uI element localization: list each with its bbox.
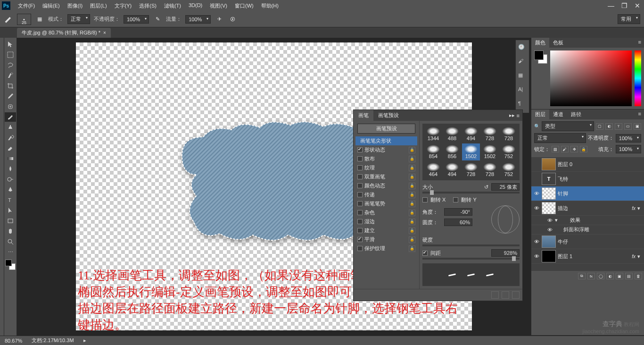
menu-item[interactable]: 编辑(E) (39, 0, 64, 11)
lock-icon[interactable]: 🔒 (409, 219, 415, 225)
brush-option-checkbox[interactable] (357, 228, 363, 233)
visibility-toggle[interactable]: 👁 (546, 218, 553, 223)
layer-name[interactable]: 图层 0 (558, 161, 642, 168)
pen-tool[interactable] (5, 185, 16, 194)
brush-option-checkbox[interactable] (357, 156, 363, 161)
brush-tip-cell[interactable]: 728 (462, 161, 480, 178)
tab-brush-presets[interactable]: 画笔预设 (373, 110, 404, 121)
layer-opacity-dropdown[interactable]: 100% (616, 134, 641, 143)
adjustment-layer-icon[interactable]: ◐ (606, 273, 614, 279)
brush-preset-button[interactable]: 画笔预设 (357, 124, 415, 134)
brush-tip-cell[interactable]: 728 (481, 161, 499, 178)
tab-swatches[interactable]: 色板 (549, 38, 567, 48)
brush-tip-shape[interactable]: 画笔笔尖形状 (355, 136, 417, 145)
layer-name[interactable]: 斜面和浮雕 (563, 226, 642, 233)
lock-icon[interactable]: 🔒 (409, 227, 415, 234)
flip-y-checkbox[interactable] (453, 197, 458, 202)
brush-tip-cell[interactable]: 464 (424, 161, 442, 178)
eraser-tool[interactable] (5, 143, 16, 153)
workspace-dropdown[interactable]: 常用 (618, 14, 640, 24)
filter-shape-icon[interactable]: ▭ (624, 123, 632, 130)
lock-icon[interactable]: 🔒 (409, 183, 415, 189)
history-brush-tool[interactable] (5, 133, 16, 143)
eyedropper-tool[interactable] (5, 92, 16, 101)
menu-item[interactable]: 3D(D) (185, 0, 206, 11)
crop-tool[interactable] (5, 81, 16, 91)
pressure-size-icon[interactable]: ⦿ (228, 15, 237, 24)
lock-icon[interactable]: 🔒 (409, 156, 415, 162)
delete-layer-icon[interactable]: 🗑 (635, 273, 642, 279)
brush-tip-cell[interactable]: 856 (443, 143, 461, 160)
filter-adjust-icon[interactable]: ◐ (605, 123, 613, 130)
layer-style-icon[interactable]: fx (587, 273, 595, 279)
visibility-toggle[interactable]: 👁 (533, 191, 540, 196)
spacing-checkbox[interactable] (422, 251, 428, 256)
brush-option-row[interactable]: 传递 🔒 (354, 190, 419, 199)
color-panel-menu-icon[interactable]: ≡ (636, 38, 644, 48)
blend-mode-dropdown[interactable]: 正常 (67, 14, 90, 24)
menu-item[interactable]: 帮助(H) (257, 0, 282, 11)
brush-option-checkbox[interactable] (357, 165, 363, 170)
filter-pixel-icon[interactable]: ▢ (596, 123, 603, 130)
new-layer-icon[interactable]: ▤ (625, 273, 633, 279)
path-select-tool[interactable] (5, 206, 16, 215)
layer-item[interactable]: 👁▾效果 (531, 216, 644, 225)
spacing-input[interactable] (491, 249, 520, 257)
brush-icon[interactable]: 🖌 (518, 58, 527, 67)
layer-mask-icon[interactable]: ◯ (597, 273, 604, 279)
layer-item[interactable]: 👁针脚 (531, 186, 644, 201)
fx-expand-icon[interactable]: ▾ (637, 205, 642, 211)
brush-option-row[interactable]: 双重画笔 🔒 (354, 172, 419, 181)
size-slider[interactable] (422, 192, 520, 194)
brush-tip-cell[interactable]: 1502 (462, 143, 480, 160)
history-icon[interactable]: 🕘 (518, 44, 527, 52)
fx-badge[interactable]: fx (632, 254, 636, 259)
layer-name[interactable]: 效果 (570, 217, 642, 224)
toggle-preview-icon[interactable] (491, 291, 499, 299)
brush-option-checkbox[interactable] (357, 210, 363, 215)
type-tool[interactable]: T (5, 195, 16, 205)
menu-item[interactable]: 文件(F) (14, 0, 39, 11)
lasso-tool[interactable] (5, 60, 16, 70)
lock-paint-icon[interactable]: 🖌 (561, 146, 569, 152)
gradient-tool[interactable] (5, 154, 16, 163)
layer-item[interactable]: 👁描边fx▾ (531, 201, 644, 216)
size-input[interactable] (491, 183, 520, 191)
paragraph-icon[interactable]: ¶ (518, 101, 527, 109)
brush-option-checkbox[interactable] (357, 246, 363, 251)
foreground-color-swatch[interactable] (5, 260, 12, 266)
layer-blend-dropdown[interactable]: 正常 (534, 133, 586, 143)
brush-option-row[interactable]: 形状动态 🔒 (354, 145, 419, 154)
lock-icon[interactable]: 🔒 (409, 236, 415, 243)
layer-item[interactable]: 图层 0 (531, 157, 644, 172)
dodge-tool[interactable] (5, 175, 16, 184)
menu-item[interactable]: 文字(Y) (111, 0, 136, 11)
menu-item[interactable]: 图层(L) (86, 0, 110, 11)
lock-icon[interactable]: 🔒 (409, 201, 415, 207)
visibility-toggle[interactable]: 👁 (533, 205, 540, 211)
layer-name[interactable]: 描边 (558, 205, 630, 212)
delete-brush-icon[interactable] (512, 291, 520, 299)
brush-tip-cell[interactable]: 752 (500, 161, 518, 178)
collapse-icon[interactable]: ▸▸ (509, 112, 515, 118)
tab-color[interactable]: 颜色 (531, 38, 549, 48)
lock-icon[interactable]: 🔒 (409, 245, 415, 252)
rectangle-tool[interactable] (5, 216, 16, 226)
hue-slider[interactable] (635, 50, 641, 106)
brush-option-row[interactable]: 建立 🔒 (354, 226, 419, 235)
pressure-opacity-icon[interactable]: ✎ (153, 15, 162, 24)
blur-tool[interactable] (5, 164, 16, 174)
marquee-tool[interactable] (5, 50, 16, 59)
lock-icon[interactable]: 🔒 (409, 147, 415, 153)
layer-item[interactable]: 👁图层 1fx▾ (531, 249, 644, 264)
tab-close-icon[interactable]: × (103, 30, 106, 35)
expand-icon[interactable]: ▾ (555, 217, 560, 223)
visibility-toggle[interactable]: 👁 (533, 253, 540, 259)
lock-all-icon[interactable]: 🔒 (580, 146, 587, 152)
layer-filter-dropdown[interactable]: 类型 (542, 121, 594, 131)
angle-input[interactable] (444, 208, 472, 216)
menu-item[interactable]: 图像(I) (64, 0, 86, 11)
close-button[interactable]: ✕ (631, 1, 644, 10)
brush-option-checkbox[interactable] (357, 201, 363, 206)
tool-preset-icon[interactable] (4, 15, 13, 24)
